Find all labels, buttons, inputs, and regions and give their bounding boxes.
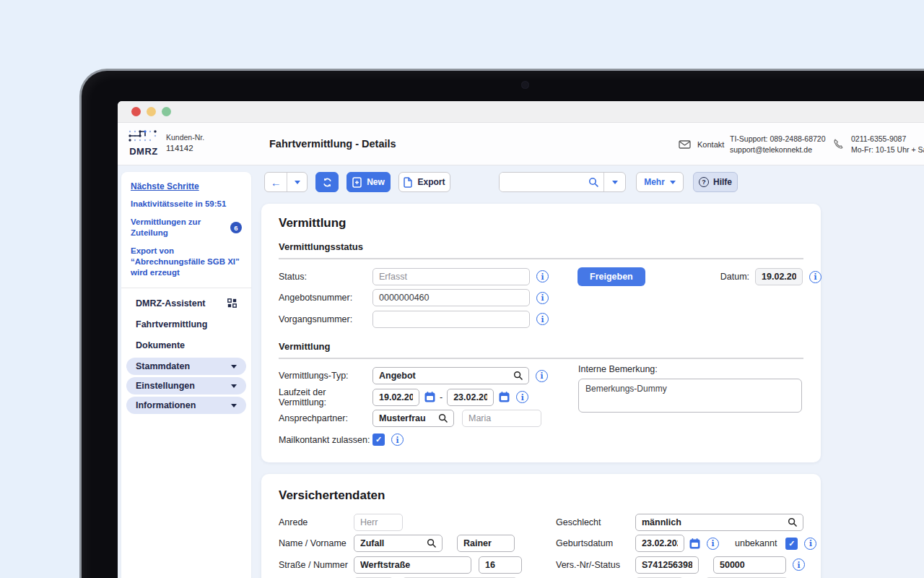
strasse-versnr-row: Straße / Nummer Vers.-Nr/-Status i — [279, 554, 803, 576]
sidebar-item-informationen[interactable]: Informationen — [126, 397, 246, 414]
info-icon[interactable]: i — [804, 538, 816, 550]
versnr-label: Vers.-Nr/-Status — [556, 560, 635, 570]
search-icon[interactable] — [788, 517, 798, 527]
customer-number-value: 114142 — [166, 144, 193, 152]
new-button[interactable]: New — [346, 172, 391, 192]
bemerkung-textarea[interactable]: Bemerkungs-Dummy — [578, 379, 802, 413]
search-icon[interactable] — [438, 413, 448, 423]
new-button-label: New — [367, 177, 385, 187]
search-icon[interactable] — [427, 538, 437, 548]
angebotsnummer-input[interactable] — [372, 289, 530, 306]
minimize-window-icon[interactable] — [147, 107, 156, 116]
angebotsnummer-row: Angebotsnummer: i — [279, 288, 803, 309]
contact-link[interactable]: Kontakt — [679, 123, 724, 165]
ansprechpartner-vorname-input[interactable] — [462, 410, 541, 427]
calendar-icon[interactable] — [689, 538, 700, 549]
webcam-icon — [521, 81, 529, 89]
geburtsdatum-label: Geburtsdatum — [556, 538, 635, 548]
sidebar-item-fahrtvermittlung[interactable]: Fahrtvermittlung — [131, 314, 242, 335]
bemerkung-label: Interne Bemerkung: — [578, 364, 802, 374]
info-icon[interactable]: i — [391, 434, 404, 446]
geschlecht-input[interactable] — [635, 514, 803, 531]
back-button[interactable]: ← — [265, 173, 287, 191]
search-input[interactable] — [500, 173, 588, 191]
vorname-input[interactable] — [457, 535, 515, 552]
mailkontakt-row: Mailkontankt zulassen: i — [279, 429, 803, 451]
search-dropdown-button[interactable] — [604, 181, 625, 184]
name-label: Name / Vorname — [279, 538, 354, 548]
ansprechpartner-label: Ansprechpartner: — [279, 413, 372, 423]
info-icon[interactable]: i — [536, 292, 549, 304]
info-icon[interactable]: i — [516, 391, 528, 403]
checkbox-checked-icon[interactable] — [785, 538, 798, 550]
info-icon[interactable]: i — [536, 370, 548, 382]
chevron-down-icon — [231, 404, 237, 407]
mehr-button[interactable]: Mehr — [636, 172, 684, 192]
close-window-icon[interactable] — [131, 107, 141, 116]
sidebar-item-zuteilung[interactable]: Vermittlungen zur Zuteilung 6 — [131, 217, 242, 238]
search-icon[interactable] — [513, 371, 523, 381]
dmrz-logo[interactable]: DMRZ — [127, 129, 160, 157]
ti-support-info: TI-Support: 089-2488-68720 support@telek… — [730, 123, 826, 165]
back-split-button: ← — [264, 172, 308, 192]
back-dropdown-button[interactable] — [287, 173, 307, 191]
laufzeit-label: Laufzeit der Vermittlung: — [279, 387, 372, 407]
export-button[interactable]: Export — [398, 172, 450, 192]
checkbox-checked-icon[interactable] — [372, 434, 385, 446]
laufzeit-von-input[interactable] — [372, 389, 419, 406]
calendar-icon[interactable] — [424, 392, 435, 402]
sidebar-item-inactivity[interactable]: Inaktivitätsseite in 59:51 — [131, 199, 242, 210]
refresh-button[interactable] — [315, 172, 339, 192]
sidebar-item-dmrz-assistent[interactable]: DMRZ-Assistent — [131, 293, 242, 314]
chevron-down-icon — [295, 181, 300, 184]
vermittlungstyp-label: Vermittlungs-Typ: — [279, 371, 372, 381]
calendar-icon[interactable] — [499, 392, 510, 402]
datum-input[interactable] — [755, 268, 803, 285]
toolbar: ← New — [261, 172, 821, 192]
vermittlungstyp-input[interactable] — [372, 367, 529, 384]
export-button-label: Export — [417, 177, 445, 187]
hausnummer-input[interactable] — [479, 556, 522, 574]
geburtsdatum-input[interactable] — [635, 535, 684, 552]
anrede-input[interactable] — [354, 514, 403, 531]
status-input[interactable] — [372, 268, 530, 285]
sidebar-item-export-notice[interactable]: Export von “Abrechnungsfälle SGB XI” wir… — [131, 246, 242, 278]
help-icon: ? — [699, 177, 709, 187]
ansprechpartner-combo — [372, 410, 454, 427]
hilfe-button[interactable]: ? Hilfe — [693, 172, 738, 192]
maximize-window-icon[interactable] — [162, 107, 171, 116]
vorgangsnummer-input[interactable] — [372, 311, 530, 328]
info-icon[interactable]: i — [809, 271, 821, 283]
info-icon[interactable]: i — [707, 538, 719, 550]
next-steps-heading[interactable]: Nächste Schritte — [131, 181, 242, 191]
export-document-icon — [404, 177, 412, 188]
info-icon[interactable]: i — [793, 558, 805, 571]
menu-label: DMRZ-Assistent — [136, 298, 206, 309]
versstatus-input[interactable] — [713, 556, 786, 574]
hilfe-button-label: Hilfe — [713, 177, 732, 187]
info-icon[interactable]: i — [536, 270, 549, 282]
menu-label: Stammdaten — [136, 361, 190, 371]
back-arrow-icon: ← — [271, 176, 282, 189]
sidebar-item-stammdaten[interactable]: Stammdaten — [126, 358, 246, 375]
zuteilung-label: Vermittlungen zur Zuteilung — [131, 217, 230, 238]
partial-bottom-row — [279, 576, 803, 578]
geschlecht-label: Geschlecht — [556, 517, 635, 527]
versnr-input[interactable] — [635, 556, 699, 574]
section-title-vermittlungsstatus: Vermittlungsstatus — [279, 241, 803, 259]
card-title: Versichertendaten — [279, 474, 803, 503]
customer-number-label: Kunden-Nr. — [166, 132, 204, 143]
sidebar-item-einstellungen[interactable]: Einstellungen — [126, 377, 246, 394]
card-title: Vermittlung — [279, 204, 803, 230]
freigeben-button[interactable]: Freigeben — [578, 267, 645, 286]
search-icon[interactable] — [588, 177, 599, 188]
info-icon[interactable]: i — [536, 313, 549, 325]
interne-bemerkung-block: Interne Bemerkung: Bemerkungs-Dummy — [578, 364, 802, 415]
laufzeit-bis-input[interactable] — [447, 389, 494, 406]
versichertendaten-card: Versichertendaten Anrede Geschlecht — [261, 474, 821, 578]
mail-icon — [679, 140, 691, 149]
status-section: Status: i Angebotsnummer: i Vorgangsnumm… — [279, 266, 803, 330]
sidebar-item-dokumente[interactable]: Dokumente — [131, 335, 242, 355]
strasse-input[interactable] — [354, 556, 471, 574]
zuteilung-count-badge: 6 — [230, 222, 242, 233]
